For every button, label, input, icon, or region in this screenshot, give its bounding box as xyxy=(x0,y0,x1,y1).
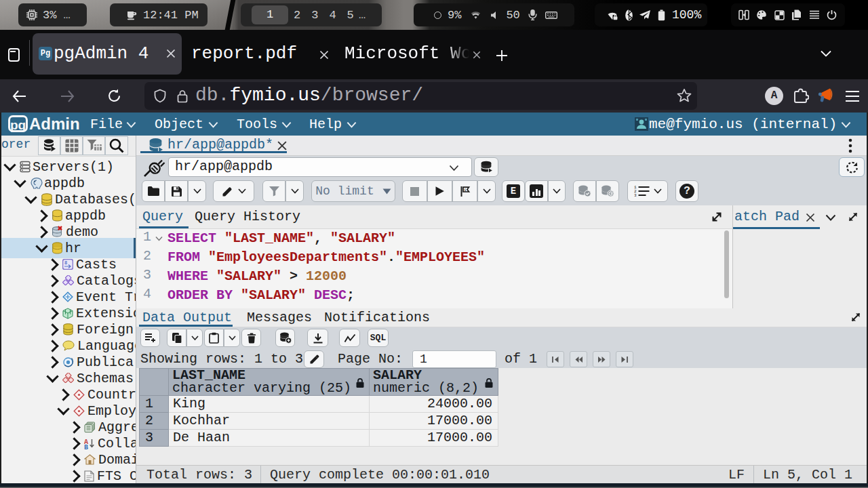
svg-text:1: 1 xyxy=(464,188,467,192)
svg-text:3: 3 xyxy=(634,193,637,197)
svg-text:8: 8 xyxy=(64,260,67,266)
svg-text:B: B xyxy=(84,443,88,449)
